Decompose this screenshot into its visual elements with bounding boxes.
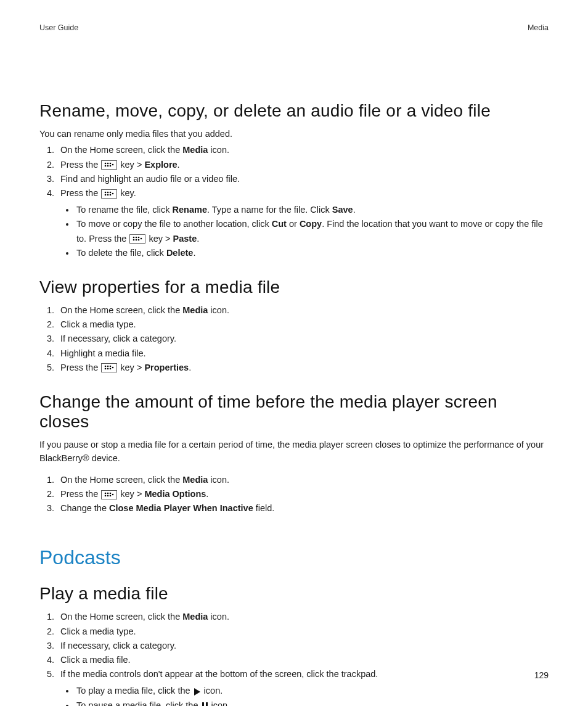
header-left: User Guide — [39, 23, 78, 32]
list-item: If necessary, click a category. — [57, 332, 549, 346]
menu-key-icon — [101, 160, 117, 170]
steps-properties: On the Home screen, click the Media icon… — [39, 303, 549, 375]
list-item: Find and highlight an audio file or a vi… — [57, 172, 549, 186]
list-item: Click a media type. — [57, 625, 549, 639]
list-item: If the media controls don't appear at th… — [57, 667, 549, 706]
sub-list: To play a media file, click the icon. To… — [60, 684, 549, 706]
svg-point-24 — [107, 368, 109, 370]
svg-point-15 — [136, 237, 137, 239]
svg-point-2 — [105, 165, 107, 167]
heading-play: Play a media file — [39, 584, 549, 604]
page-number: 129 — [534, 670, 549, 680]
list-item: Press the key > Properties. — [57, 361, 549, 375]
svg-point-33 — [110, 495, 112, 496]
list-item: To delete the file, click Delete. — [75, 246, 549, 260]
list-item: Change the Close Media Player When Inact… — [57, 501, 549, 515]
list-item: Highlight a media file. — [57, 347, 549, 361]
svg-point-8 — [107, 191, 109, 193]
header-right: Media — [528, 23, 549, 32]
intro-rename: You can rename only media files that you… — [39, 127, 549, 141]
heading-properties: View properties for a media file — [39, 277, 549, 297]
svg-point-29 — [107, 492, 109, 494]
svg-rect-36 — [202, 702, 204, 706]
svg-point-19 — [138, 239, 140, 241]
svg-point-13 — [112, 192, 114, 194]
svg-point-5 — [110, 165, 112, 167]
svg-point-32 — [110, 492, 112, 494]
svg-point-28 — [105, 492, 107, 494]
svg-point-31 — [107, 495, 109, 496]
svg-point-7 — [105, 191, 107, 193]
list-item: On the Home screen, click the Media icon… — [57, 303, 549, 318]
list-item: To play a media file, click the icon. — [75, 684, 549, 698]
page-header: User Guide Media — [39, 23, 549, 32]
play-icon — [194, 688, 200, 696]
list-item: Click a media file. — [57, 653, 549, 667]
list-item: On the Home screen, click the Media icon… — [57, 143, 549, 157]
list-item: On the Home screen, click the Media icon… — [57, 473, 549, 487]
svg-point-9 — [105, 194, 107, 195]
svg-point-21 — [105, 366, 107, 367]
list-item: Click a media type. — [57, 318, 549, 332]
svg-point-1 — [107, 163, 109, 165]
svg-point-14 — [133, 237, 135, 239]
svg-point-12 — [110, 194, 112, 195]
menu-key-icon — [101, 189, 117, 199]
heading-rename: Rename, move, copy, or delete an audio f… — [39, 101, 549, 121]
list-item: On the Home screen, click the Media icon… — [57, 610, 549, 624]
svg-point-22 — [107, 366, 109, 367]
svg-rect-37 — [206, 702, 208, 706]
page: User Guide Media Rename, move, copy, or … — [0, 0, 588, 706]
svg-point-18 — [138, 237, 140, 239]
svg-point-6 — [112, 164, 114, 166]
menu-key-icon — [129, 234, 145, 244]
svg-point-20 — [141, 238, 142, 240]
list-item: To move or copy the file to another loca… — [75, 217, 549, 245]
svg-point-25 — [110, 366, 112, 367]
heading-change-time: Change the amount of time before the med… — [39, 392, 549, 432]
list-item: Press the key. To rename the file, click… — [57, 186, 549, 260]
svg-point-10 — [107, 194, 109, 195]
svg-point-30 — [105, 495, 107, 496]
steps-rename: On the Home screen, click the Media icon… — [39, 143, 549, 260]
list-item: To rename the file, click Rename. Type a… — [75, 203, 549, 217]
section-podcasts: Podcasts — [39, 546, 549, 569]
svg-point-26 — [110, 368, 112, 370]
svg-marker-35 — [194, 688, 200, 696]
svg-point-4 — [110, 163, 112, 165]
intro-change-time: If you pause or stop a media file for a … — [39, 438, 549, 466]
svg-point-16 — [133, 239, 135, 241]
list-item: If necessary, click a category. — [57, 639, 549, 653]
svg-point-23 — [105, 368, 107, 370]
list-item: To pause a media file, click the icon. — [75, 699, 549, 706]
steps-play: On the Home screen, click the Media icon… — [39, 610, 549, 706]
sub-list: To rename the file, click Rename. Type a… — [60, 203, 549, 260]
svg-point-34 — [112, 493, 114, 495]
list-item: Press the key > Media Options. — [57, 487, 549, 501]
pause-icon — [202, 702, 208, 706]
menu-key-icon — [101, 490, 117, 499]
svg-point-3 — [107, 165, 109, 167]
svg-point-0 — [105, 163, 107, 165]
menu-key-icon — [101, 363, 117, 372]
svg-point-27 — [112, 367, 114, 369]
svg-point-11 — [110, 191, 112, 193]
list-item: Press the key > Explore. — [57, 158, 549, 172]
steps-change-time: On the Home screen, click the Media icon… — [39, 473, 549, 516]
svg-point-17 — [136, 239, 137, 241]
